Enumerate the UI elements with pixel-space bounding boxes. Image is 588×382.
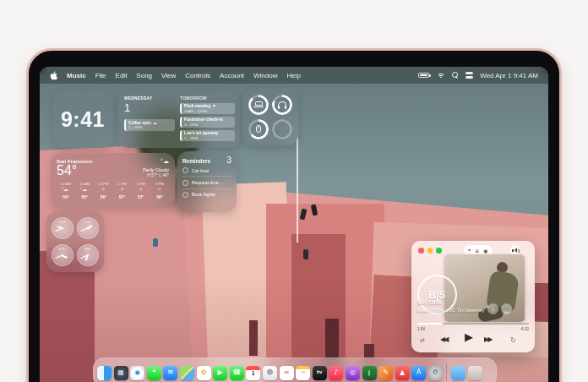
reminder-label: Cat food bbox=[192, 168, 209, 173]
queue-icon[interactable]: ≡ bbox=[475, 248, 479, 254]
calendar-event[interactable]: Pitch meeting⚑11AM – 12PM bbox=[180, 103, 235, 115]
menu-item-edit[interactable]: Edit bbox=[116, 72, 128, 79]
calendar-event-time: 11AM – 12PM bbox=[184, 109, 232, 113]
world-clock-widget[interactable]: CUPTOKSYDPAR bbox=[46, 211, 104, 272]
dock-app-store[interactable]: A bbox=[411, 366, 426, 380]
weather-widget[interactable]: San Francisco 54° ☀☁ Partly Cloudy H:57°… bbox=[51, 153, 175, 207]
dock-podcasts[interactable]: ◎ bbox=[346, 366, 360, 380]
settings-icon: ⚙ bbox=[433, 369, 438, 376]
dock-contacts[interactable]: ☻ bbox=[263, 366, 277, 380]
weather-sunny-icon: ☀ bbox=[132, 187, 150, 194]
dock-music[interactable]: ♪ bbox=[329, 366, 343, 380]
calendar-day-number: 1 bbox=[124, 101, 175, 114]
calendar-event[interactable]: Lou's art opening7 – 9PM bbox=[180, 130, 235, 142]
battery-empty[interactable] bbox=[272, 119, 292, 139]
world-clock-par[interactable]: PAR bbox=[77, 244, 99, 266]
next-button[interactable]: ▶▶ bbox=[484, 336, 491, 343]
menu-bar-clock[interactable]: Wed Apr 1 9:41 AM bbox=[480, 72, 538, 79]
reminder-item[interactable]: Request time… bbox=[182, 176, 231, 188]
forecast-hour-label: 11 AM bbox=[75, 182, 94, 186]
forecast-hour-label: 10 AM bbox=[57, 182, 75, 186]
menu-item-help[interactable]: Help bbox=[286, 72, 300, 79]
dock-reminders[interactable]: ≡ bbox=[280, 366, 294, 380]
forecast-hour-label: 12 PM bbox=[94, 182, 112, 186]
progress-bar[interactable] bbox=[417, 323, 529, 325]
audio-output-icon[interactable]: ◉ bbox=[483, 248, 487, 254]
dock-app-orange[interactable]: ✎ bbox=[378, 366, 393, 380]
menu-item-view[interactable]: View bbox=[161, 72, 176, 79]
shuffle-button[interactable]: ⇄ bbox=[420, 338, 425, 344]
reminders-widget[interactable]: Reminders 3 Cat foodRequest time…Book fl… bbox=[177, 151, 237, 212]
lyrics-icon[interactable]: ❝ bbox=[468, 248, 471, 254]
minimize-button[interactable] bbox=[427, 248, 433, 254]
zoom-button[interactable] bbox=[436, 248, 442, 254]
reminder-checkbox[interactable] bbox=[182, 180, 188, 186]
calendar-event[interactable]: Fundraiser check-in3 – 6PM bbox=[180, 117, 235, 128]
reminder-label: Request time… bbox=[192, 180, 223, 185]
dock-trash[interactable] bbox=[468, 366, 482, 380]
battery-headphones[interactable] bbox=[272, 95, 292, 115]
world-clock-cup[interactable]: CUP bbox=[52, 217, 74, 239]
menu-item-music[interactable]: Music bbox=[67, 72, 86, 79]
reminder-checkbox[interactable] bbox=[182, 192, 188, 198]
reminder-checkbox[interactable] bbox=[182, 167, 188, 173]
dock-launchpad[interactable]: ▦ bbox=[114, 366, 128, 380]
tv-icon: tv bbox=[317, 370, 322, 375]
calendar-event-time: 1 – 2PM bbox=[128, 125, 172, 129]
event-cloud-icon: ☁ bbox=[153, 121, 157, 125]
dock-notes[interactable]: ≡ bbox=[296, 366, 310, 380]
dock-app-rocket[interactable]: ▲ bbox=[395, 366, 410, 380]
menu-item-account[interactable]: Account bbox=[220, 72, 244, 79]
close-button[interactable] bbox=[418, 248, 424, 254]
dock-safari[interactable]: ◉ bbox=[130, 366, 144, 380]
clock-widget[interactable]: 9:41 bbox=[52, 90, 113, 148]
calendar-event[interactable]: Coffee sync☁1 – 2PM bbox=[124, 119, 175, 131]
dock-messages[interactable]: ❝ bbox=[147, 366, 161, 380]
dock-mail[interactable]: ✉ bbox=[163, 366, 177, 380]
calendar-icon: 1 bbox=[252, 371, 256, 377]
forecast-hour-temp: 54° bbox=[57, 194, 75, 199]
event-flag-icon: ⚑ bbox=[212, 104, 215, 108]
apple-menu-icon[interactable] bbox=[50, 71, 57, 80]
weather-sunny-icon: ☀ bbox=[150, 187, 169, 194]
previous-button[interactable]: ◀◀ bbox=[440, 336, 447, 343]
calendar-event-title: Coffee sync☁ bbox=[128, 121, 172, 125]
forecast-hour-temp: 57° bbox=[113, 194, 132, 199]
dock-maps[interactable] bbox=[180, 366, 194, 380]
marketing-scene: MusicFileEditSongViewControlsAccountWind… bbox=[0, 0, 588, 382]
menu-item-window[interactable]: Window bbox=[253, 72, 277, 79]
notes-icon: ≡ bbox=[300, 369, 306, 376]
weather-partly-cloudy-icon: ☀☁ bbox=[75, 187, 94, 194]
contacts-icon: ☻ bbox=[266, 369, 273, 376]
reminder-item[interactable]: Book flights bbox=[182, 188, 231, 200]
battery-laptop[interactable] bbox=[248, 95, 269, 115]
world-clock-syd[interactable]: SYD bbox=[52, 244, 74, 266]
play-button[interactable]: ▶ bbox=[465, 331, 473, 342]
menu-bar: MusicFileEditSongViewControlsAccountWind… bbox=[40, 67, 548, 84]
dock-app-green[interactable]: ‖ bbox=[362, 366, 377, 380]
weather-sunny-icon: ☀ bbox=[94, 187, 112, 194]
dock-phone[interactable]: ☎ bbox=[230, 366, 244, 380]
menu-item-controls[interactable]: Controls bbox=[185, 72, 210, 79]
battery-mouse[interactable] bbox=[248, 119, 269, 139]
reminder-item[interactable]: Cat food bbox=[182, 165, 231, 176]
dock-calendar[interactable]: 1 bbox=[246, 366, 260, 380]
favorite-star-icon[interactable]: ☆ bbox=[487, 303, 498, 314]
batteries-widget[interactable] bbox=[242, 88, 298, 145]
dock-finder[interactable] bbox=[97, 366, 112, 380]
control-center-icon[interactable] bbox=[466, 72, 473, 79]
wifi-icon[interactable] bbox=[436, 72, 445, 79]
dock-settings[interactable]: ⚙ bbox=[428, 366, 443, 380]
calendar-widget[interactable]: WEDNESDAY 1 Coffee sync☁1 – 2PM TOMORROW… bbox=[118, 90, 241, 148]
search-icon[interactable] bbox=[452, 72, 459, 79]
repeat-button[interactable]: ↻ bbox=[510, 337, 516, 344]
more-options-icon[interactable]: ⋯ bbox=[501, 303, 512, 314]
menu-item-file[interactable]: File bbox=[95, 72, 106, 79]
world-clock-tok[interactable]: TOK bbox=[77, 217, 99, 239]
dock-tv[interactable]: tv bbox=[313, 366, 327, 380]
dock-facetime[interactable]: ▶ bbox=[213, 366, 227, 380]
battery-icon[interactable] bbox=[418, 73, 429, 78]
dock-photos[interactable]: ✿ bbox=[197, 366, 211, 380]
menu-item-song[interactable]: Song bbox=[136, 72, 152, 79]
dock-downloads-folder[interactable] bbox=[451, 366, 466, 380]
